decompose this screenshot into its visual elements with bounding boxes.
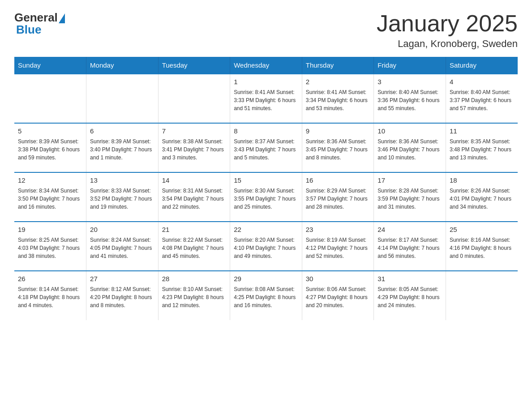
calendar-row-1: 5Sunrise: 8:39 AM Sunset: 3:38 PM Daylig…: [14, 123, 518, 172]
day-info: Sunrise: 8:17 AM Sunset: 4:14 PM Dayligh…: [378, 236, 442, 260]
day-info: Sunrise: 8:10 AM Sunset: 4:23 PM Dayligh…: [162, 285, 227, 309]
day-number: 2: [306, 77, 370, 87]
calendar-table: SundayMondayTuesdayWednesdayThursdayFrid…: [14, 57, 518, 320]
day-info: Sunrise: 8:34 AM Sunset: 3:50 PM Dayligh…: [18, 187, 82, 211]
day-number: 18: [450, 176, 514, 186]
calendar-cell: 30Sunrise: 8:06 AM Sunset: 4:27 PM Dayli…: [302, 271, 374, 320]
day-number: 30: [306, 274, 370, 284]
calendar-cell: 1Sunrise: 8:41 AM Sunset: 3:33 PM Daylig…: [230, 74, 302, 123]
day-number: 31: [378, 274, 442, 284]
day-info: Sunrise: 8:37 AM Sunset: 3:43 PM Dayligh…: [234, 137, 298, 162]
day-number: 27: [90, 274, 154, 284]
day-number: 16: [306, 176, 370, 186]
day-number: 6: [90, 126, 154, 137]
calendar-cell: 22Sunrise: 8:20 AM Sunset: 4:10 PM Dayli…: [230, 222, 302, 271]
calendar-cell: 14Sunrise: 8:31 AM Sunset: 3:54 PM Dayli…: [158, 172, 230, 222]
day-info: Sunrise: 8:35 AM Sunset: 3:48 PM Dayligh…: [450, 137, 514, 162]
calendar-cell: 9Sunrise: 8:36 AM Sunset: 3:45 PM Daylig…: [302, 123, 374, 172]
calendar-subtitle: Lagan, Kronoberg, Sweden: [377, 38, 518, 50]
day-info: Sunrise: 8:24 AM Sunset: 4:05 PM Dayligh…: [90, 236, 154, 260]
weekday-header-thursday: Thursday: [302, 57, 374, 74]
weekday-header-monday: Monday: [86, 57, 159, 74]
day-number: 29: [234, 274, 298, 284]
day-info: Sunrise: 8:26 AM Sunset: 4:01 PM Dayligh…: [450, 187, 514, 211]
calendar-cell: 11Sunrise: 8:35 AM Sunset: 3:48 PM Dayli…: [446, 123, 518, 172]
calendar-body: 1Sunrise: 8:41 AM Sunset: 3:33 PM Daylig…: [14, 74, 518, 320]
calendar-cell: 29Sunrise: 8:08 AM Sunset: 4:25 PM Dayli…: [230, 271, 302, 320]
day-number: 7: [162, 126, 227, 137]
day-number: 26: [18, 274, 82, 284]
calendar-cell: 13Sunrise: 8:33 AM Sunset: 3:52 PM Dayli…: [86, 172, 159, 222]
weekday-header-saturday: Saturday: [446, 57, 518, 74]
calendar-title: January 2025: [377, 11, 518, 36]
day-info: Sunrise: 8:12 AM Sunset: 4:20 PM Dayligh…: [90, 285, 154, 309]
calendar-cell: 31Sunrise: 8:05 AM Sunset: 4:29 PM Dayli…: [374, 271, 446, 320]
weekday-header-friday: Friday: [374, 57, 446, 74]
calendar-cell: 28Sunrise: 8:10 AM Sunset: 4:23 PM Dayli…: [158, 271, 230, 320]
calendar-cell: [158, 74, 230, 123]
calendar-cell: 16Sunrise: 8:29 AM Sunset: 3:57 PM Dayli…: [302, 172, 374, 222]
day-info: Sunrise: 8:19 AM Sunset: 4:12 PM Dayligh…: [306, 236, 370, 260]
calendar-cell: 17Sunrise: 8:28 AM Sunset: 3:59 PM Dayli…: [374, 172, 446, 222]
logo-triangle-icon: [59, 13, 65, 23]
day-info: Sunrise: 8:28 AM Sunset: 3:59 PM Dayligh…: [378, 187, 442, 211]
calendar-row-4: 26Sunrise: 8:14 AM Sunset: 4:18 PM Dayli…: [14, 271, 518, 320]
day-info: Sunrise: 8:16 AM Sunset: 4:16 PM Dayligh…: [450, 236, 514, 260]
day-number: 22: [234, 225, 298, 235]
weekday-header-wednesday: Wednesday: [230, 57, 302, 74]
day-info: Sunrise: 8:30 AM Sunset: 3:55 PM Dayligh…: [234, 187, 298, 211]
day-info: Sunrise: 8:08 AM Sunset: 4:25 PM Dayligh…: [234, 285, 298, 309]
day-number: 15: [234, 176, 298, 186]
day-info: Sunrise: 8:38 AM Sunset: 3:41 PM Dayligh…: [162, 137, 227, 162]
calendar-cell: 12Sunrise: 8:34 AM Sunset: 3:50 PM Dayli…: [14, 172, 86, 222]
calendar-cell: 15Sunrise: 8:30 AM Sunset: 3:55 PM Dayli…: [230, 172, 302, 222]
logo: General Blue: [14, 11, 65, 37]
day-info: Sunrise: 8:36 AM Sunset: 3:46 PM Dayligh…: [378, 137, 442, 162]
day-number: 1: [234, 77, 298, 87]
day-number: 23: [306, 225, 370, 235]
day-info: Sunrise: 8:06 AM Sunset: 4:27 PM Dayligh…: [306, 285, 370, 309]
day-info: Sunrise: 8:14 AM Sunset: 4:18 PM Dayligh…: [18, 285, 82, 309]
calendar-cell: 7Sunrise: 8:38 AM Sunset: 3:41 PM Daylig…: [158, 123, 230, 172]
day-number: 8: [234, 126, 298, 137]
calendar-cell: 20Sunrise: 8:24 AM Sunset: 4:05 PM Dayli…: [86, 222, 159, 271]
calendar-row-2: 12Sunrise: 8:34 AM Sunset: 3:50 PM Dayli…: [14, 172, 518, 222]
calendar-cell: 2Sunrise: 8:41 AM Sunset: 3:34 PM Daylig…: [302, 74, 374, 123]
calendar-cell: 18Sunrise: 8:26 AM Sunset: 4:01 PM Dayli…: [446, 172, 518, 222]
calendar-row-3: 19Sunrise: 8:25 AM Sunset: 4:03 PM Dayli…: [14, 222, 518, 271]
day-number: 14: [162, 176, 227, 186]
day-info: Sunrise: 8:36 AM Sunset: 3:45 PM Dayligh…: [306, 137, 370, 162]
calendar-cell: 5Sunrise: 8:39 AM Sunset: 3:38 PM Daylig…: [14, 123, 86, 172]
day-number: 13: [90, 176, 154, 186]
calendar-cell: [446, 271, 518, 320]
day-info: Sunrise: 8:25 AM Sunset: 4:03 PM Dayligh…: [18, 236, 82, 260]
calendar-cell: 6Sunrise: 8:39 AM Sunset: 3:40 PM Daylig…: [86, 123, 159, 172]
day-info: Sunrise: 8:40 AM Sunset: 3:36 PM Dayligh…: [378, 88, 442, 112]
day-number: 21: [162, 225, 227, 235]
day-number: 20: [90, 225, 154, 235]
day-number: 10: [378, 126, 442, 137]
calendar-cell: 27Sunrise: 8:12 AM Sunset: 4:20 PM Dayli…: [86, 271, 159, 320]
calendar-cell: 21Sunrise: 8:22 AM Sunset: 4:08 PM Dayli…: [158, 222, 230, 271]
day-info: Sunrise: 8:40 AM Sunset: 3:37 PM Dayligh…: [450, 88, 514, 112]
day-number: 4: [450, 77, 514, 87]
day-info: Sunrise: 8:05 AM Sunset: 4:29 PM Dayligh…: [378, 285, 442, 309]
day-info: Sunrise: 8:39 AM Sunset: 3:38 PM Dayligh…: [18, 137, 82, 162]
calendar-cell: [14, 74, 86, 123]
day-number: 19: [18, 225, 82, 235]
day-info: Sunrise: 8:33 AM Sunset: 3:52 PM Dayligh…: [90, 187, 154, 211]
day-info: Sunrise: 8:22 AM Sunset: 4:08 PM Dayligh…: [162, 236, 227, 260]
day-info: Sunrise: 8:31 AM Sunset: 3:54 PM Dayligh…: [162, 187, 227, 211]
calendar-cell: 19Sunrise: 8:25 AM Sunset: 4:03 PM Dayli…: [14, 222, 86, 271]
day-number: 12: [18, 176, 82, 186]
calendar-cell: 25Sunrise: 8:16 AM Sunset: 4:16 PM Dayli…: [446, 222, 518, 271]
day-number: 17: [378, 176, 442, 186]
day-info: Sunrise: 8:41 AM Sunset: 3:34 PM Dayligh…: [306, 88, 370, 112]
calendar-cell: 26Sunrise: 8:14 AM Sunset: 4:18 PM Dayli…: [14, 271, 86, 320]
weekday-header-row: SundayMondayTuesdayWednesdayThursdayFrid…: [14, 57, 518, 74]
page-header: General Blue January 2025 Lagan, Kronobe…: [0, 0, 532, 57]
weekday-header-sunday: Sunday: [14, 57, 86, 74]
day-number: 9: [306, 126, 370, 137]
day-info: Sunrise: 8:20 AM Sunset: 4:10 PM Dayligh…: [234, 236, 298, 260]
day-number: 5: [18, 126, 82, 137]
